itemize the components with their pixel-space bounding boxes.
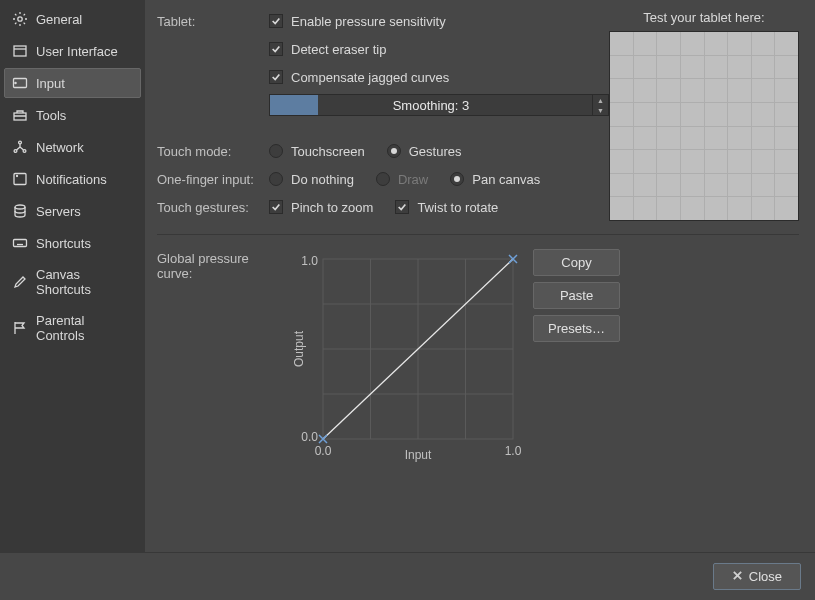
sidebar-item-notifications[interactable]: Notifications: [4, 164, 141, 194]
svg-point-0: [18, 17, 22, 21]
twist-rotate-label: Twist to rotate: [417, 200, 498, 215]
svg-text:0.0: 0.0: [301, 430, 318, 444]
touchscreen-radio[interactable]: [269, 144, 283, 158]
sidebar-item-label: Canvas Shortcuts: [36, 267, 133, 297]
svg-text:1.0: 1.0: [505, 444, 522, 458]
sidebar-item-label: Servers: [36, 204, 81, 219]
smoothing-value: Smoothing: 3: [393, 98, 470, 113]
close-icon: [732, 569, 743, 584]
touch-mode-label: Touch mode:: [157, 144, 261, 159]
sidebar-item-network[interactable]: Network: [4, 132, 141, 162]
sidebar-item-label: Network: [36, 140, 84, 155]
tablet-label: Tablet:: [157, 14, 261, 29]
one-finger-label: One-finger input:: [157, 172, 261, 187]
sidebar: GeneralUser InterfaceInputToolsNetworkNo…: [0, 0, 145, 552]
pencil-icon: [12, 274, 28, 290]
svg-rect-1: [14, 46, 26, 56]
svg-point-7: [14, 150, 17, 153]
sidebar-item-label: Parental Controls: [36, 313, 133, 343]
svg-rect-9: [14, 174, 26, 185]
sidebar-item-general[interactable]: General: [4, 4, 141, 34]
touch-gestures-label: Touch gestures:: [157, 200, 261, 215]
smoothing-slider[interactable]: Smoothing: 3 ▲ ▼: [269, 94, 609, 116]
draw-radio-label: Draw: [398, 172, 428, 187]
network-icon: [12, 139, 28, 155]
sidebar-item-parental-controls[interactable]: Parental Controls: [4, 306, 141, 350]
dialog-footer: Close: [0, 552, 815, 600]
smoothing-decrement[interactable]: ▼: [593, 105, 608, 115]
do-nothing-radio[interactable]: [269, 172, 283, 186]
twist-rotate-checkbox[interactable]: [395, 200, 409, 214]
sidebar-item-label: User Interface: [36, 44, 118, 59]
close-button[interactable]: Close: [713, 563, 801, 590]
pressure-curve-editor[interactable]: 1.0 0.0 0.0 1.0 Input Output: [293, 249, 523, 469]
touchscreen-radio-label: Touchscreen: [291, 144, 365, 159]
sidebar-item-label: Shortcuts: [36, 236, 91, 251]
tablet-icon: [12, 75, 28, 91]
presets-button[interactable]: Presets…: [533, 315, 620, 342]
pan-canvas-radio[interactable]: [450, 172, 464, 186]
copy-button[interactable]: Copy: [533, 249, 620, 276]
sidebar-item-shortcuts[interactable]: Shortcuts: [4, 228, 141, 258]
settings-input-panel: Tablet: Enable pressure sensitivity Dete…: [145, 0, 815, 552]
svg-point-4: [15, 82, 16, 83]
sidebar-item-tools[interactable]: Tools: [4, 100, 141, 130]
pan-canvas-radio-label: Pan canvas: [472, 172, 540, 187]
compensate-jagged-checkbox[interactable]: [269, 70, 283, 84]
gestures-radio-label: Gestures: [409, 144, 462, 159]
gear-icon: [12, 11, 28, 27]
svg-point-11: [15, 205, 25, 209]
svg-text:Input: Input: [405, 448, 432, 462]
svg-point-10: [17, 176, 18, 177]
tablet-test-title: Test your tablet here:: [609, 10, 799, 25]
sidebar-item-input[interactable]: Input: [4, 68, 141, 98]
sidebar-item-label: Tools: [36, 108, 66, 123]
svg-point-8: [23, 150, 26, 153]
keyboard-icon: [12, 235, 28, 251]
gestures-radio[interactable]: [387, 144, 401, 158]
svg-rect-12: [14, 240, 27, 247]
pressure-curve-label: Global pressure curve:: [157, 249, 283, 469]
pressure-sensitivity-checkbox[interactable]: [269, 14, 283, 28]
sidebar-item-user-interface[interactable]: User Interface: [4, 36, 141, 66]
sidebar-item-label: Notifications: [36, 172, 107, 187]
draw-radio[interactable]: [376, 172, 390, 186]
pinch-zoom-label: Pinch to zoom: [291, 200, 373, 215]
toolbox-icon: [12, 107, 28, 123]
svg-text:Output: Output: [293, 330, 306, 367]
svg-point-6: [19, 141, 22, 144]
svg-text:1.0: 1.0: [301, 254, 318, 268]
sidebar-item-label: Input: [36, 76, 65, 91]
svg-text:0.0: 0.0: [315, 444, 332, 458]
tablet-test-area[interactable]: [609, 31, 799, 221]
paste-button[interactable]: Paste: [533, 282, 620, 309]
do-nothing-radio-label: Do nothing: [291, 172, 354, 187]
window-icon: [12, 43, 28, 59]
sidebar-item-label: General: [36, 12, 82, 27]
detect-eraser-label: Detect eraser tip: [291, 42, 386, 57]
smoothing-increment[interactable]: ▲: [593, 95, 608, 105]
bell-icon: [12, 171, 28, 187]
divider: [157, 234, 799, 235]
compensate-jagged-label: Compensate jagged curves: [291, 70, 449, 85]
sidebar-item-servers[interactable]: Servers: [4, 196, 141, 226]
detect-eraser-checkbox[interactable]: [269, 42, 283, 56]
pinch-zoom-checkbox[interactable]: [269, 200, 283, 214]
close-button-label: Close: [749, 569, 782, 584]
sidebar-item-canvas-shortcuts[interactable]: Canvas Shortcuts: [4, 260, 141, 304]
pressure-sensitivity-label: Enable pressure sensitivity: [291, 14, 446, 29]
database-icon: [12, 203, 28, 219]
flag-icon: [12, 320, 28, 336]
